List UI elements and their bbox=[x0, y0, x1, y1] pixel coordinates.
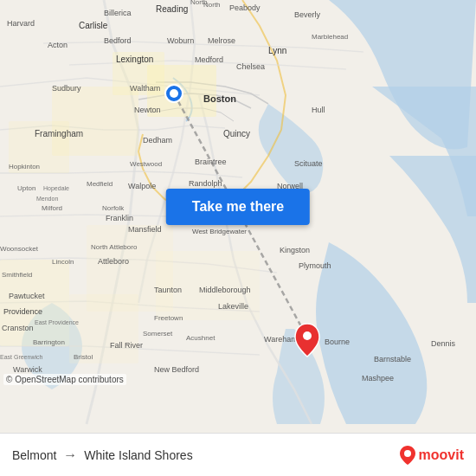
svg-text:Freetown: Freetown bbox=[154, 314, 183, 322]
svg-text:West Bridgewater: West Bridgewater bbox=[192, 228, 247, 235]
moovit-text: moovit bbox=[419, 447, 464, 463]
svg-text:Sudbury: Sudbury bbox=[52, 84, 81, 93]
svg-text:Bedford: Bedford bbox=[104, 36, 132, 45]
svg-text:Scituate: Scituate bbox=[294, 159, 323, 168]
route-arrow: → bbox=[63, 447, 77, 463]
svg-text:Chelsea: Chelsea bbox=[236, 62, 265, 71]
svg-text:Wareham: Wareham bbox=[264, 335, 298, 344]
svg-text:Beverly: Beverly bbox=[294, 10, 321, 19]
svg-text:Carlisle: Carlisle bbox=[79, 21, 108, 30]
svg-text:East Greenwich: East Greenwich bbox=[0, 354, 43, 360]
svg-text:Woburn: Woburn bbox=[167, 36, 194, 45]
svg-text:East Providence: East Providence bbox=[35, 319, 79, 325]
svg-text:Woonsocket: Woonsocket bbox=[0, 245, 39, 253]
svg-text:Reading: Reading bbox=[156, 4, 188, 14]
svg-text:Braintree: Braintree bbox=[195, 158, 227, 166]
svg-point-81 bbox=[303, 331, 312, 340]
svg-text:New Bedford: New Bedford bbox=[154, 365, 199, 374]
bottom-bar: Belmont → White Island Shores moovit bbox=[0, 433, 476, 476]
svg-text:Barnstable: Barnstable bbox=[374, 355, 411, 363]
svg-text:Mashpee: Mashpee bbox=[362, 374, 394, 383]
svg-text:Boston: Boston bbox=[203, 93, 236, 104]
route-info: Belmont → White Island Shores bbox=[12, 447, 193, 463]
svg-text:Franklin: Franklin bbox=[106, 214, 133, 222]
svg-text:Lynn: Lynn bbox=[268, 46, 286, 55]
svg-text:Hopkinton: Hopkinton bbox=[9, 163, 40, 170]
svg-text:Pawtucket: Pawtucket bbox=[9, 292, 45, 300]
svg-text:Billerica: Billerica bbox=[104, 9, 132, 17]
route-to: White Island Shores bbox=[84, 448, 192, 462]
svg-text:Westwood: Westwood bbox=[130, 160, 162, 168]
svg-text:Medfield: Medfield bbox=[87, 180, 113, 188]
svg-text:Middleborough: Middleborough bbox=[199, 286, 251, 294]
svg-text:Framingham: Framingham bbox=[35, 129, 83, 138]
svg-text:Hull: Hull bbox=[312, 106, 325, 114]
svg-text:Smithfield: Smithfield bbox=[2, 271, 32, 279]
svg-text:Kingston: Kingston bbox=[280, 246, 310, 254]
svg-text:Mansfield: Mansfield bbox=[128, 225, 162, 234]
svg-text:Medford: Medford bbox=[195, 55, 223, 64]
svg-text:Taunton: Taunton bbox=[154, 286, 182, 294]
svg-text:Plymouth: Plymouth bbox=[299, 261, 331, 270]
svg-text:Milford: Milford bbox=[42, 204, 62, 212]
svg-text:Marblehead: Marblehead bbox=[312, 33, 348, 41]
moovit-logo[interactable]: moovit bbox=[400, 446, 464, 465]
route-from: Belmont bbox=[12, 448, 56, 462]
svg-text:Melrose: Melrose bbox=[208, 36, 235, 45]
svg-text:Cranston: Cranston bbox=[2, 324, 34, 332]
moovit-icon bbox=[400, 446, 415, 465]
svg-text:Dennis: Dennis bbox=[431, 339, 456, 348]
map-container: Harvard Carlisle Billerica Reading North… bbox=[0, 0, 476, 433]
svg-text:Walpole: Walpole bbox=[128, 182, 156, 190]
svg-text:Peabody: Peabody bbox=[229, 3, 261, 12]
svg-text:Harvard: Harvard bbox=[7, 19, 35, 28]
svg-text:Acton: Acton bbox=[48, 41, 68, 49]
svg-text:Warwick: Warwick bbox=[13, 365, 42, 374]
svg-text:North Attleboro: North Attleboro bbox=[91, 243, 138, 251]
svg-text:Fall River: Fall River bbox=[110, 341, 143, 350]
svg-text:Somerset: Somerset bbox=[143, 330, 173, 338]
svg-text:Attleboro: Attleboro bbox=[98, 257, 129, 266]
take-me-there-button[interactable]: Take me there bbox=[166, 189, 310, 225]
svg-text:Upton: Upton bbox=[17, 184, 35, 192]
svg-text:Lexington: Lexington bbox=[116, 55, 153, 64]
svg-text:Acushnet: Acushnet bbox=[186, 334, 215, 342]
svg-text:Randolph: Randolph bbox=[189, 179, 222, 188]
svg-text:Waltham: Waltham bbox=[130, 84, 160, 93]
svg-text:Barrington: Barrington bbox=[33, 338, 65, 346]
svg-text:Lakeville: Lakeville bbox=[218, 302, 248, 311]
svg-text:Dedham: Dedham bbox=[143, 136, 172, 145]
svg-text:Bourne: Bourne bbox=[325, 338, 350, 346]
svg-text:Lincoln: Lincoln bbox=[52, 258, 74, 266]
svg-text:Newton: Newton bbox=[134, 106, 161, 114]
svg-text:Bristol: Bristol bbox=[74, 353, 93, 361]
svg-text:North: North bbox=[203, 1, 221, 9]
svg-point-82 bbox=[404, 450, 411, 457]
svg-text:Norfolk: Norfolk bbox=[102, 204, 125, 212]
svg-text:Providence: Providence bbox=[3, 307, 42, 316]
svg-text:Mendon: Mendon bbox=[36, 196, 58, 202]
map-attribution: © OpenStreetMap contributors bbox=[3, 374, 126, 385]
svg-text:Quincy: Quincy bbox=[223, 129, 250, 138]
svg-text:Hopedale: Hopedale bbox=[43, 185, 69, 192]
svg-point-80 bbox=[170, 89, 178, 98]
